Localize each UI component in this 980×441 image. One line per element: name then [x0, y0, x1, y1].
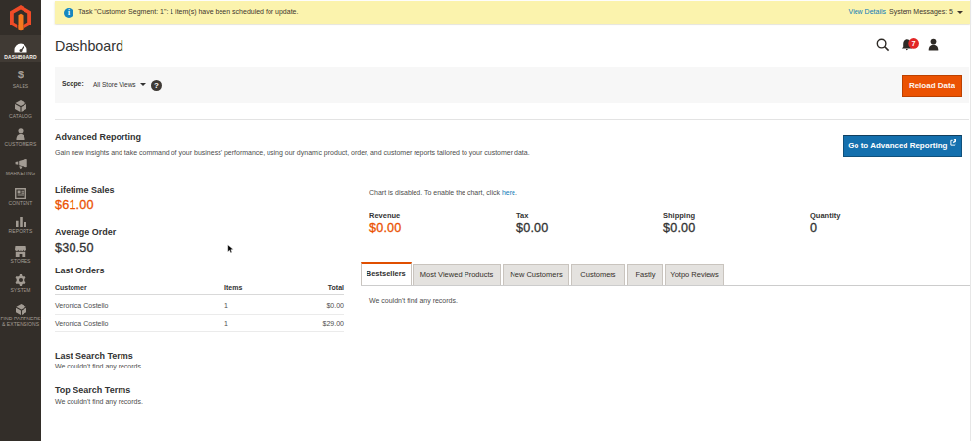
svg-text:7: 7 [912, 39, 916, 48]
